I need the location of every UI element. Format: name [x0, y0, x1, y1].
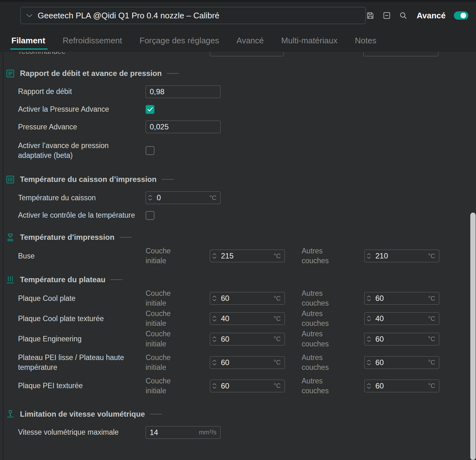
clipped-row: recommandée: [0, 52, 476, 57]
cool-plate-other-layers-input[interactable]: 60 °C: [364, 292, 439, 305]
section-title: Rapport de débit et avance de pression: [20, 69, 162, 78]
unit-label: °C: [274, 252, 281, 260]
spinner-buttons: [148, 195, 152, 201]
spin-down-button[interactable]: [367, 340, 371, 342]
pressure-advance-input[interactable]: [146, 121, 221, 133]
temp-value[interactable]: 210: [375, 252, 426, 260]
spin-down-button[interactable]: [367, 319, 371, 321]
tab-notes[interactable]: Notes: [355, 29, 376, 52]
temp-value[interactable]: 60: [375, 358, 426, 367]
temp-value[interactable]: 60: [221, 335, 271, 344]
flow-ratio-input[interactable]: [146, 85, 221, 98]
spin-down-button[interactable]: [148, 198, 152, 201]
temp-value[interactable]: 60: [221, 294, 271, 303]
temp-value[interactable]: 60: [221, 382, 271, 390]
spin-up-button[interactable]: [148, 195, 152, 197]
unit-label: °C: [274, 295, 281, 302]
check-icon: [147, 107, 153, 111]
clipped-input[interactable]: [210, 52, 284, 56]
enable-pressure-advance-checkbox[interactable]: [146, 105, 154, 114]
cool-plate-first-layer-input[interactable]: 60 °C: [210, 292, 285, 305]
cool-plate-textured-other-layers-input[interactable]: 40 °C: [364, 312, 439, 325]
setting-label: Plaque Cool plate texturée: [18, 314, 146, 324]
max-volumetric-speed-value[interactable]: [150, 428, 196, 437]
chamber-temp-value[interactable]: 0: [157, 193, 207, 202]
temp-value[interactable]: 40: [375, 314, 426, 323]
section-title: Température du caisson d’impression: [20, 175, 157, 184]
chamber-temp-control-checkbox[interactable]: [146, 211, 154, 220]
temp-value[interactable]: 40: [221, 314, 271, 323]
spin-up-button[interactable]: [212, 295, 216, 298]
vertical-scrollbar-thumb[interactable]: [470, 213, 476, 460]
spin-up-button[interactable]: [367, 316, 371, 318]
unit-label: °C: [274, 359, 281, 366]
spin-down-button[interactable]: [212, 257, 216, 259]
panel-left-divider: [3, 53, 3, 460]
spin-down-button[interactable]: [212, 319, 216, 321]
spin-up-button[interactable]: [212, 360, 216, 362]
temp-value[interactable]: 60: [375, 382, 426, 390]
temp-value[interactable]: 215: [221, 252, 271, 260]
delete-preset-button[interactable]: [382, 11, 391, 20]
spin-up-button[interactable]: [212, 383, 216, 385]
spin-down-button[interactable]: [212, 363, 216, 365]
spin-up-button[interactable]: [367, 360, 371, 362]
temp-value[interactable]: 60: [221, 358, 271, 367]
flow-ratio-value[interactable]: [150, 87, 216, 96]
spin-down-button[interactable]: [212, 340, 216, 342]
clipped-input[interactable]: [363, 52, 438, 56]
unit-label: °C: [428, 335, 435, 343]
setting-row-enable-pressure-advance: Activer la Pressure Advance: [0, 104, 476, 114]
advanced-mode-toggle[interactable]: [454, 11, 468, 20]
pei-textured-first-layer-input[interactable]: 60 °C: [210, 380, 285, 392]
pei-smooth-first-layer-input[interactable]: 60 °C: [210, 356, 285, 369]
spin-up-button[interactable]: [367, 336, 371, 339]
setting-row-flow-ratio: Rapport de débit: [0, 85, 476, 98]
chamber-temp-input[interactable]: 0 °C: [146, 191, 221, 204]
tab-forcage-des-reglages[interactable]: Forçage des réglages: [140, 29, 219, 52]
unit-label: °C: [428, 382, 435, 389]
save-preset-button[interactable]: [366, 11, 375, 20]
spin-down-button[interactable]: [212, 387, 216, 389]
spin-down-button[interactable]: [367, 387, 371, 389]
chamber-temp-icon: [4, 174, 16, 185]
unit-label: °C: [428, 359, 435, 366]
section-rule: [162, 179, 174, 180]
spin-down-button[interactable]: [212, 299, 216, 301]
engineering-plate-other-layers-input[interactable]: 60 °C: [364, 333, 439, 345]
tab-multi-materiaux[interactable]: Multi-matériaux: [281, 29, 338, 52]
preset-selector[interactable]: Geeetech PLA @Qidi Q1 Pro 0.4 nozzle – C…: [20, 7, 366, 24]
temp-value[interactable]: 60: [375, 294, 426, 303]
setting-label: Activer la Pressure Advance: [18, 104, 146, 114]
engineering-plate-first-layer-input[interactable]: 60 °C: [210, 333, 285, 345]
spin-up-button[interactable]: [212, 336, 216, 339]
other-layers-column-label: Autres couches: [302, 376, 364, 396]
pei-smooth-other-layers-input[interactable]: 60 °C: [364, 356, 439, 369]
spinner-buttons: [367, 253, 371, 259]
spinner-buttons: [212, 383, 216, 389]
spin-up-button[interactable]: [367, 383, 371, 385]
adaptive-pressure-advance-checkbox[interactable]: [146, 146, 154, 155]
spin-down-button[interactable]: [367, 299, 371, 301]
spin-up-button[interactable]: [212, 316, 216, 318]
nozzle-first-layer-temp-input[interactable]: 215 °C: [210, 250, 285, 262]
spin-up-button[interactable]: [212, 253, 216, 255]
tab-avance[interactable]: Avancé: [236, 29, 264, 52]
cool-plate-textured-first-layer-input[interactable]: 40 °C: [210, 312, 285, 325]
other-layers-column-label: Autres couches: [302, 329, 364, 349]
search-button[interactable]: [399, 11, 408, 20]
spin-down-button[interactable]: [367, 363, 371, 365]
setting-label: Plateau PEI lisse / Plateau haute tempér…: [18, 353, 146, 372]
spin-up-button[interactable]: [367, 295, 371, 298]
tab-refroidissement[interactable]: Refroidissement: [63, 29, 122, 52]
spin-up-button[interactable]: [367, 253, 371, 255]
pei-textured-other-layers-input[interactable]: 60 °C: [364, 380, 439, 392]
tab-filament[interactable]: Filament: [11, 29, 45, 52]
temp-value[interactable]: 60: [375, 335, 426, 344]
spin-down-button[interactable]: [367, 257, 371, 259]
setting-row-temp-control: Activer le contrôle de la température: [0, 210, 476, 220]
nozzle-other-layers-temp-input[interactable]: 210 °C: [364, 250, 439, 262]
max-volumetric-speed-input[interactable]: mm³/s: [146, 426, 221, 439]
pressure-advance-value[interactable]: [150, 122, 216, 131]
section-header-chamber: Température du caisson d’impression: [0, 174, 476, 185]
